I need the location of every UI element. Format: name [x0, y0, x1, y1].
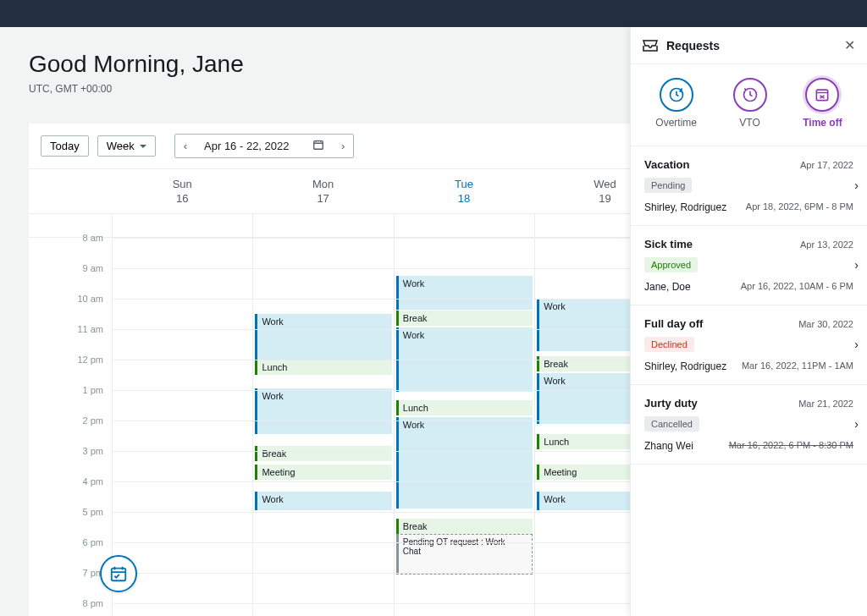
status-badge: Cancelled: [644, 416, 699, 432]
calendar-icon[interactable]: [304, 139, 333, 154]
day-header[interactable]: Mon17: [252, 169, 393, 213]
calendar-event[interactable]: Work: [396, 276, 533, 310]
time-col-spacer: [29, 169, 112, 213]
hour-label: 4 pm: [83, 476, 103, 487]
calendar-event[interactable]: Work: [396, 417, 533, 509]
day-col-mon[interactable]: WorkLunchWorkBreakMeetingWork: [252, 214, 393, 616]
request-list: VacationApr 17, 2022PendingShirley, Rodr…: [631, 146, 867, 616]
request-item[interactable]: Sick timeApr 13, 2022ApprovedJane, DoeAp…: [631, 226, 867, 305]
day-of-week: Sun: [173, 178, 192, 190]
day-of-week: Tue: [455, 178, 473, 190]
calendar-event[interactable]: Pending OT request : Work - Chat: [396, 534, 533, 575]
chevron-down-icon: [140, 145, 146, 148]
vto-icon: [733, 78, 767, 112]
request-title: Full day off: [644, 317, 703, 330]
calendar-event[interactable]: Break: [396, 311, 533, 326]
panel-header: Requests ✕: [631, 27, 867, 64]
request-item[interactable]: VacationApr 17, 2022PendingShirley, Rodr…: [631, 146, 867, 226]
calendar-event[interactable]: Lunch: [255, 360, 391, 375]
status-badge: Approved: [644, 257, 698, 272]
hour-label: 2 pm: [83, 415, 103, 426]
request-type-timeoff[interactable]: Time off: [803, 78, 842, 129]
hour-label: 12 pm: [77, 355, 103, 365]
hour-label: 6 pm: [83, 537, 103, 547]
timeoff-icon: [805, 78, 839, 112]
calendar-event[interactable]: Work: [255, 388, 391, 434]
chevron-right-icon: ›: [854, 258, 859, 272]
request-date: Mar 21, 2022: [798, 399, 853, 409]
day-of-week: Wed: [594, 178, 616, 190]
status-badge: Pending: [644, 178, 692, 193]
next-week-button[interactable]: ›: [333, 135, 353, 157]
chevron-right-icon: ›: [854, 417, 859, 431]
calendar-event[interactable]: Work: [255, 492, 391, 510]
request-title: Sick time: [644, 238, 693, 250]
chevron-right-icon: ›: [854, 179, 859, 192]
prev-week-button[interactable]: ‹: [175, 135, 196, 157]
request-date: Apr 17, 2022: [800, 160, 853, 170]
app-topbar: [0, 0, 867, 27]
request-title: Vacation: [644, 158, 689, 171]
svg-rect-0: [314, 140, 323, 149]
overtime-icon: [660, 78, 693, 112]
day-number: 16: [112, 192, 252, 205]
day-number: 18: [394, 192, 534, 205]
calendar-event[interactable]: Meeting: [255, 465, 391, 480]
requests-panel: Requests ✕ Overtime VTO Time off Vacatio…: [630, 27, 867, 616]
request-time: Mar 16, 2022, 11PM - 1AM: [742, 360, 853, 372]
request-person: Shirley, Rodriguez: [644, 201, 726, 213]
day-number: 17: [252, 192, 393, 205]
schedule-fab-button[interactable]: [100, 555, 137, 592]
request-type-tabs: Overtime VTO Time off: [631, 64, 867, 146]
hour-label: 9 am: [83, 263, 103, 273]
view-select-button[interactable]: Week: [97, 135, 156, 157]
day-header[interactable]: Sun16: [112, 169, 252, 213]
close-icon[interactable]: ✕: [844, 37, 855, 53]
hour-label: 10 am: [77, 294, 103, 304]
time-column: 8 am9 am10 am11 am12 pm1 pm2 pm3 pm4 pm5…: [29, 214, 112, 616]
request-person: Shirley, Rodriguez: [644, 360, 726, 372]
date-picker: ‹ Apr 16 - 22, 2022 ›: [174, 134, 355, 158]
request-date: Mar 30, 2022: [798, 319, 853, 329]
svg-rect-4: [817, 90, 828, 101]
request-time: Mar 16, 2022, 6 PM - 8:30 PM: [729, 440, 853, 452]
date-range-label: Apr 16 - 22, 2022: [196, 136, 304, 156]
calendar-event[interactable]: Break: [396, 519, 533, 534]
day-col-sun[interactable]: [112, 214, 252, 616]
day-header[interactable]: Tue18: [394, 169, 534, 213]
overtime-label: Overtime: [655, 117, 697, 129]
request-item[interactable]: Full day offMar 30, 2022DeclinedShirley,…: [631, 305, 867, 385]
request-time: Apr 18, 2022, 6PM - 8 PM: [746, 201, 853, 213]
request-type-vto[interactable]: VTO: [733, 78, 767, 129]
hour-label: 3 pm: [83, 446, 103, 456]
request-title: Jurty duty: [644, 397, 698, 410]
panel-title: Requests: [666, 39, 836, 52]
hour-label: 8 am: [83, 233, 103, 243]
today-button[interactable]: Today: [41, 135, 89, 157]
chevron-right-icon: ›: [854, 338, 859, 351]
view-select-label: Week: [107, 140, 135, 152]
hour-label: 11 am: [77, 324, 103, 334]
day-of-week: Mon: [312, 178, 334, 190]
hour-label: 8 pm: [83, 598, 103, 608]
vto-label: VTO: [733, 117, 767, 129]
request-date: Apr 13, 2022: [800, 239, 853, 250]
hour-label: 1 pm: [83, 385, 103, 395]
request-type-overtime[interactable]: Overtime: [655, 78, 697, 129]
day-col-tue[interactable]: WorkBreakWorkLunchWorkBreakPending OT re…: [394, 214, 534, 616]
request-item[interactable]: Jurty dutyMar 21, 2022CancelledZhang Wei…: [631, 385, 867, 465]
calendar-event[interactable]: Work: [255, 314, 391, 360]
request-person: Jane, Doe: [644, 281, 691, 293]
request-person: Zhang Wei: [644, 440, 693, 452]
timeoff-label: Time off: [803, 117, 842, 129]
hour-label: 5 pm: [83, 507, 103, 517]
calendar-event[interactable]: Break: [255, 446, 391, 461]
request-time: Apr 16, 2022, 10AM - 6 PM: [741, 281, 853, 293]
inbox-icon: [643, 40, 658, 52]
calendar-event[interactable]: Lunch: [396, 400, 533, 415]
status-badge: Declined: [644, 337, 694, 352]
